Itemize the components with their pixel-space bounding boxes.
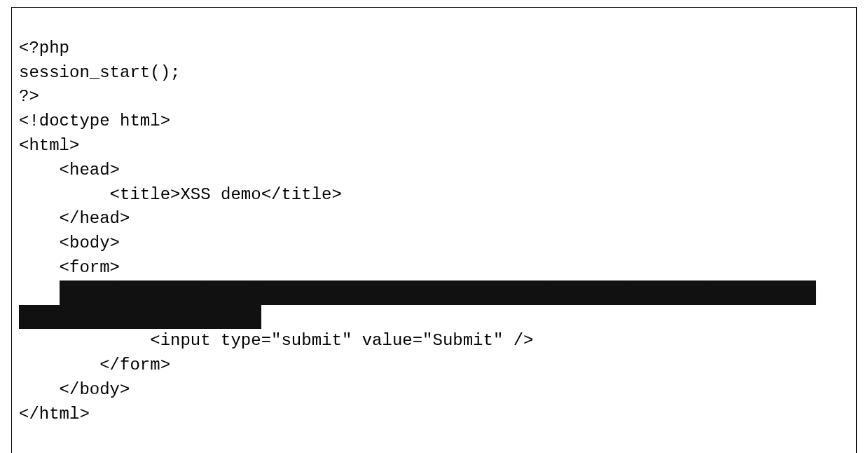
code-line: <title>XSS demo</title> <box>19 185 342 204</box>
code-line: session_start(); <box>19 63 180 82</box>
code-line: ?> <box>19 87 39 106</box>
code-line: <input type="submit" value="Submit" /> <box>19 331 534 350</box>
highlight-block: <input style="width:300px" type="text" n… <box>60 280 816 305</box>
code-listing: <?php session_start(); ?> <!doctype html… <box>11 7 857 453</box>
highlight-block: $_GET["address"]; ?>" /> <box>19 305 261 330</box>
code-line: </html> <box>19 405 90 424</box>
code-line: </head> <box>19 209 130 228</box>
code-line: <!doctype html> <box>19 111 170 130</box>
code-line-highlighted: <input style="width:300px" type="text" n… <box>19 283 816 302</box>
code-line: <body> <box>19 234 120 252</box>
code-line: <head> <box>19 161 120 180</box>
code-line: <?php <box>19 39 69 58</box>
code-line: <form> <box>19 258 120 277</box>
code-line: </body> <box>19 380 130 399</box>
code-line-highlighted: $_GET["address"]; ?>" /> <box>19 307 261 326</box>
code-line: </form> <box>19 356 170 374</box>
code-line: <html> <box>19 136 79 155</box>
